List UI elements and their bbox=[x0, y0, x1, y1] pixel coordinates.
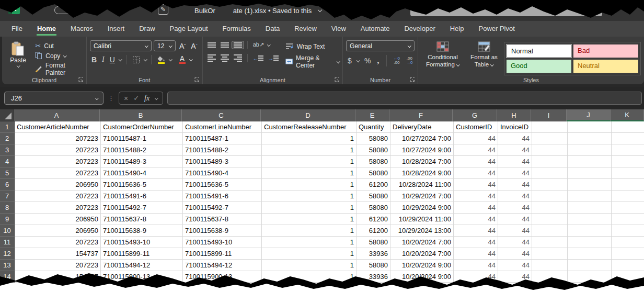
cell-I8[interactable] bbox=[532, 202, 568, 214]
menu-tab-data[interactable]: Data bbox=[258, 21, 287, 37]
column-header-F[interactable]: F bbox=[389, 109, 453, 121]
menu-tab-draw[interactable]: Draw bbox=[132, 21, 162, 37]
column-header-I[interactable]: I bbox=[531, 109, 567, 121]
cell-F12[interactable]: 10/20/2024 7:00 bbox=[390, 248, 454, 260]
cell-F10[interactable]: 10/29/2024 13:00 bbox=[390, 225, 454, 237]
cell-G4[interactable]: 44 bbox=[454, 156, 498, 167]
borders-button[interactable] bbox=[131, 55, 142, 65]
cell-C9[interactable]: 7100115637-8 bbox=[183, 214, 262, 225]
cell-K1[interactable] bbox=[612, 121, 644, 133]
menu-tab-home[interactable]: Home bbox=[30, 21, 63, 37]
cell-H11[interactable]: 44 bbox=[498, 237, 532, 248]
column-header-E[interactable]: E bbox=[355, 109, 389, 121]
cell-G9[interactable]: 44 bbox=[454, 214, 498, 225]
style-neutral[interactable]: Neutral bbox=[573, 60, 638, 73]
cell-C8[interactable]: 7100115492-7 bbox=[183, 202, 262, 214]
cell-A9[interactable]: 206950 bbox=[15, 214, 101, 225]
cell-C14[interactable]: 7100115900-13 bbox=[183, 271, 262, 283]
cell-B13[interactable]: 7100115494-12 bbox=[101, 260, 183, 271]
cell-D8[interactable]: 1 bbox=[262, 202, 356, 214]
cell-I9[interactable] bbox=[532, 214, 568, 225]
font-size-select[interactable]: 12 bbox=[154, 40, 176, 51]
cell-H12[interactable]: 44 bbox=[498, 248, 532, 260]
cell-F11[interactable]: 10/20/2024 7:00 bbox=[390, 237, 454, 248]
menu-tab-file[interactable]: File bbox=[4, 21, 30, 37]
cell-K5[interactable] bbox=[612, 167, 644, 179]
cell-A8[interactable]: 207223 bbox=[15, 202, 101, 214]
cell-E2[interactable]: 58080 bbox=[356, 133, 390, 144]
currency-chevron-icon[interactable] bbox=[356, 59, 360, 62]
column-header-H[interactable]: H bbox=[497, 109, 531, 121]
menu-tab-formulas[interactable]: Formulas bbox=[215, 21, 258, 37]
cell-A12[interactable]: 154737 bbox=[15, 248, 101, 260]
cell-J4[interactable] bbox=[568, 156, 612, 167]
cell-A4[interactable]: 207223 bbox=[15, 156, 101, 167]
cell-H10[interactable]: 44 bbox=[498, 225, 532, 237]
cell-K3[interactable] bbox=[612, 144, 644, 156]
cell-J8[interactable] bbox=[568, 202, 612, 214]
cell-D3[interactable]: 1 bbox=[262, 144, 356, 156]
row-header-3[interactable]: 3 bbox=[0, 144, 15, 156]
cell-K8[interactable] bbox=[612, 202, 644, 214]
cell-J2[interactable] bbox=[568, 133, 612, 144]
cell-E4[interactable]: 58080 bbox=[356, 156, 390, 167]
cell-B11[interactable]: 7100115493-10 bbox=[101, 237, 183, 248]
cell-C13[interactable]: 7100115494-12 bbox=[183, 260, 262, 271]
row-header-14[interactable]: 14 bbox=[0, 271, 15, 283]
cell-D9[interactable]: 1 bbox=[262, 214, 356, 225]
cell-B6[interactable]: 7100115636-5 bbox=[101, 179, 183, 191]
cell-E14[interactable]: 33936 bbox=[356, 271, 390, 283]
cell-H3[interactable]: 44 bbox=[498, 144, 532, 156]
wrap-text-button[interactable]: Wrap Text bbox=[285, 41, 339, 52]
clipboard-dialog-launcher[interactable] bbox=[78, 77, 84, 82]
row-header-10[interactable]: 10 bbox=[0, 225, 15, 237]
row-header-4[interactable]: 4 bbox=[0, 156, 15, 167]
cell-C1[interactable]: CustomerLineNumber bbox=[183, 121, 262, 133]
menu-tab-automate[interactable]: Automate bbox=[353, 21, 397, 37]
cell-I11[interactable] bbox=[532, 237, 568, 248]
cell-I7[interactable] bbox=[532, 191, 568, 202]
title-chevron-icon[interactable] bbox=[318, 8, 322, 13]
row-header-7[interactable]: 7 bbox=[0, 191, 15, 202]
cell-J1[interactable] bbox=[568, 121, 612, 133]
underline-chevron-icon[interactable] bbox=[119, 58, 122, 61]
cell-G5[interactable]: 44 bbox=[454, 167, 498, 179]
cell-D14[interactable]: 1 bbox=[262, 271, 356, 283]
font-dialog-launcher[interactable] bbox=[194, 77, 200, 82]
row-header-1[interactable]: 1 bbox=[0, 121, 15, 133]
format-painter-button[interactable]: Format Painter bbox=[35, 62, 83, 76]
cell-H9[interactable]: 44 bbox=[498, 214, 532, 225]
menu-tab-page-layout[interactable]: Page Layout bbox=[163, 21, 215, 37]
cell-C3[interactable]: 7100115488-2 bbox=[183, 144, 262, 156]
alignment-dialog-launcher[interactable] bbox=[335, 77, 340, 82]
menu-tab-power-pivot[interactable]: Power Pivot bbox=[471, 21, 522, 37]
cell-K11[interactable] bbox=[612, 237, 644, 248]
paste-button[interactable]: Paste bbox=[5, 40, 31, 76]
merge-center-button[interactable]: Merge & Center bbox=[285, 56, 339, 67]
cell-G11[interactable]: 44 bbox=[454, 237, 498, 248]
cell-B1[interactable]: CustomerOrderNumber bbox=[101, 121, 183, 133]
cell-J13[interactable] bbox=[568, 260, 612, 271]
cell-J12[interactable] bbox=[568, 248, 612, 260]
cell-D4[interactable]: 1 bbox=[262, 156, 356, 167]
select-all-corner[interactable] bbox=[0, 109, 14, 121]
cell-E6[interactable]: 61200 bbox=[356, 179, 390, 191]
cell-A13[interactable]: 207223 bbox=[15, 260, 101, 271]
cell-D13[interactable]: 1 bbox=[262, 260, 356, 271]
cell-A14[interactable]: 154737 bbox=[15, 271, 101, 283]
cell-H14[interactable]: 44 bbox=[498, 271, 532, 283]
cell-A2[interactable]: 207223 bbox=[15, 133, 101, 144]
column-header-G[interactable]: G bbox=[453, 109, 497, 121]
cell-G2[interactable]: 44 bbox=[454, 133, 498, 144]
cell-J10[interactable] bbox=[568, 225, 612, 237]
cell-C10[interactable]: 7100115638-9 bbox=[183, 225, 262, 237]
name-box[interactable]: J26 bbox=[4, 92, 104, 105]
cell-J14[interactable] bbox=[568, 271, 612, 283]
row-header-8[interactable]: 8 bbox=[0, 202, 15, 214]
cell-E5[interactable]: 58080 bbox=[356, 167, 390, 179]
cell-A1[interactable]: CustomerArticleNumber bbox=[15, 121, 101, 133]
cell-K14[interactable] bbox=[612, 271, 644, 283]
cell-F7[interactable]: 10/29/2024 7:00 bbox=[390, 191, 454, 202]
cell-C12[interactable]: 7100115899-11 bbox=[183, 248, 262, 260]
cell-F5[interactable]: 10/28/2024 9:00 bbox=[390, 167, 454, 179]
